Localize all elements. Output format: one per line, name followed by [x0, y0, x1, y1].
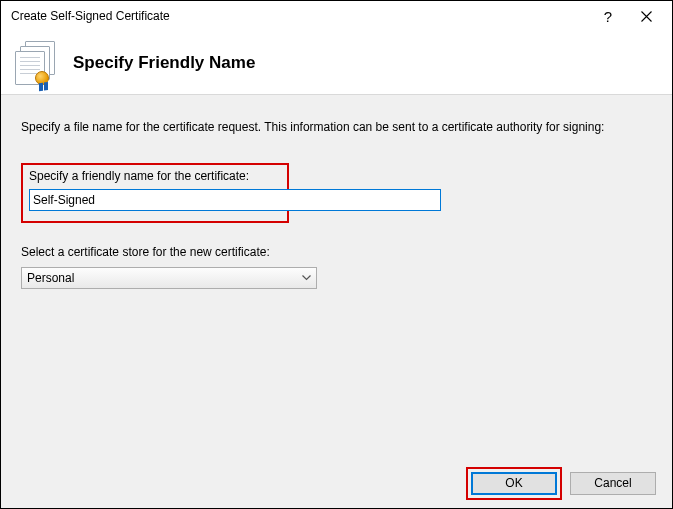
- ok-button[interactable]: OK: [471, 472, 557, 495]
- friendly-name-input[interactable]: [29, 189, 441, 211]
- ok-button-highlight: OK: [466, 467, 562, 500]
- certificate-store-selected: Personal: [27, 271, 74, 285]
- close-icon: [641, 11, 652, 22]
- certificate-store-label: Select a certificate store for the new c…: [21, 245, 652, 259]
- cancel-button[interactable]: Cancel: [570, 472, 656, 495]
- titlebar: Create Self-Signed Certificate ?: [1, 1, 672, 31]
- close-button[interactable]: [626, 2, 666, 30]
- friendly-name-group-highlight: Specify a friendly name for the certific…: [21, 163, 289, 223]
- wizard-banner: Specify Friendly Name: [1, 31, 672, 95]
- certificate-icon: [15, 41, 59, 85]
- certificate-store-select[interactable]: Personal: [21, 267, 317, 289]
- dialog-footer: OK Cancel: [1, 458, 672, 508]
- friendly-name-label: Specify a friendly name for the certific…: [29, 169, 281, 183]
- instruction-text: Specify a file name for the certificate …: [21, 119, 652, 135]
- help-button[interactable]: ?: [590, 2, 626, 30]
- dialog-body: Specify a file name for the certificate …: [1, 95, 672, 458]
- page-heading: Specify Friendly Name: [73, 53, 255, 73]
- window-title: Create Self-Signed Certificate: [11, 9, 590, 23]
